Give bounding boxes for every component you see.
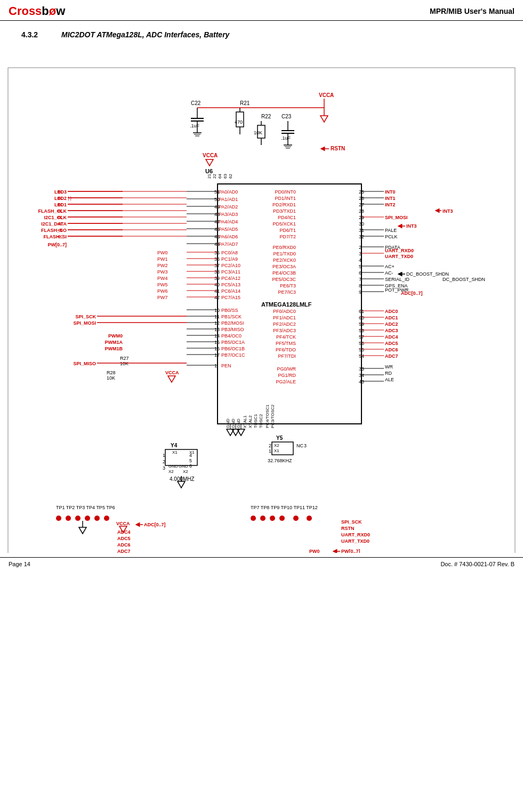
footer-left: Page 14: [9, 561, 30, 567]
adc6-out: ADC6: [385, 347, 398, 352]
spi-sck-ext: SPI_SCK: [75, 314, 96, 319]
r27-val: 10K: [120, 361, 128, 366]
y4-pin3: 3: [163, 465, 165, 471]
pin-13: 13: [214, 327, 220, 332]
adc1-out: ADC1: [385, 315, 398, 320]
svg-marker-88: [168, 376, 175, 382]
flash-clk-label: FLASH_CLK: [38, 208, 67, 214]
pin-col4: 63: [223, 174, 228, 179]
pc1-pin: PC1/A9: [221, 256, 238, 262]
pin-28: 28: [359, 208, 364, 214]
adc7-out: ADC7: [385, 353, 398, 359]
pb0-pin: PB0/SS: [221, 308, 238, 313]
pw07-tp: PW[0..7]: [341, 549, 360, 553]
pin-pa2: PA2/AD2: [219, 204, 238, 210]
y4-pin6: 6: [189, 463, 192, 469]
r28-label: R28: [107, 370, 116, 375]
pf1-pin: PF1/ADC1: [273, 315, 296, 320]
pw1-label: PW1: [157, 256, 168, 262]
pin-pa5: PA5/AD5: [219, 227, 238, 232]
pw2-label: PW2: [157, 263, 168, 268]
y4-pin2: 2: [163, 459, 165, 464]
pwm0-ext: PWM0: [108, 333, 123, 339]
y4-pin1: 1: [163, 453, 165, 458]
tosc2-bot: TOSC2: [259, 414, 263, 428]
flash-clk-chevron: ≪: [57, 208, 62, 214]
c22-label: C22: [191, 100, 201, 106]
r21-label: R21: [240, 100, 250, 106]
pin-27: 27: [359, 202, 364, 207]
adc5-tp: ADC5: [117, 536, 131, 541]
flash-si-chevron: ≪: [57, 234, 62, 239]
pwm1b-ext: PWM1B: [105, 346, 123, 351]
section-number: 4.3.2: [21, 30, 38, 39]
pin-33: 33: [359, 366, 364, 372]
pc4-bot: PC4/TOSC1: [265, 404, 270, 428]
pin-34: 34: [359, 373, 364, 378]
y4-gnd2: GND: [179, 464, 188, 469]
pin-12: 12: [214, 320, 220, 326]
pin-46: 46: [214, 227, 220, 232]
pe4-pin: PE4/OC3B: [272, 270, 296, 276]
pc4-pin: PC4/A12: [221, 276, 240, 281]
uart-rxd0-out: UART_RXD0: [385, 248, 414, 253]
pc0-pin: PC0/A8: [221, 250, 238, 255]
xtal2-bot: XTAL2: [248, 415, 253, 428]
adc4-out: ADC4: [385, 334, 398, 340]
pf4-pin: PF4/TCK: [276, 334, 296, 340]
u6-label: U6: [205, 168, 213, 174]
y5-x2: X2: [274, 443, 279, 448]
pf5-pin: PF5/TMS: [276, 341, 296, 346]
vcca-label-top: VCCA: [319, 92, 334, 98]
pin-pa1: PA1/AD1: [219, 197, 238, 202]
pb7-pin: PB7/OC1C: [221, 352, 245, 358]
pw5-label: PW5: [157, 282, 168, 287]
pin-4: 4: [359, 258, 361, 263]
pd4-pin: PD4/IC1: [278, 215, 296, 220]
pin-35: 35: [214, 250, 220, 255]
pin-57: 57: [359, 334, 364, 340]
pin-42: 42: [214, 295, 220, 300]
pin-60: 60: [359, 315, 364, 320]
pin-17: 17: [214, 352, 220, 358]
rstn-label: RSTN: [331, 146, 345, 151]
gnd3-bot: GND: [236, 419, 241, 428]
pin-39: 39: [214, 276, 220, 281]
pin-8: 8: [359, 283, 361, 288]
pin-50: 50: [214, 197, 220, 202]
pin-pa0: PA0/AD0: [219, 189, 238, 195]
dc-boost-label: DC_BOOST_SHDN: [442, 277, 485, 282]
led1-chevron: ≪: [57, 202, 62, 207]
circuit-diagram: VCCA C22 .1uF R21 470 R22 10K C23 .1uF R…: [0, 41, 523, 553]
pin-44: 44: [214, 242, 220, 247]
pin-16: 16: [214, 346, 220, 351]
int2-out: INT2: [385, 202, 396, 207]
y5-freq: 32.768KHZ: [268, 458, 292, 463]
pc2-pin: PC2/A10: [221, 263, 240, 268]
pe7-pin: PE7/IC3: [278, 290, 296, 295]
y4-gnd1: GND: [168, 464, 178, 469]
pd0-pin: PD0/INT0: [275, 189, 296, 195]
document-title: MPR/MIB User's Manual: [430, 7, 514, 15]
tp10-dot: [279, 516, 285, 521]
pw3-label: PW3: [157, 269, 168, 275]
pd5-pin: PD5/XCK1: [272, 221, 296, 227]
pin-47: 47: [214, 219, 220, 224]
pin-38: 38: [214, 269, 220, 275]
led3-arr: ⟩⟩: [68, 196, 72, 201]
company-logo: Crossbøw: [9, 4, 65, 18]
pin-31: 31: [359, 228, 364, 233]
y4-pin4: 4: [189, 453, 192, 458]
pin-48: 48: [214, 212, 220, 217]
tp5-dot: [94, 516, 100, 521]
svg-marker-27: [206, 159, 213, 166]
pin-15: 15: [214, 340, 220, 345]
tp12-dot: [307, 516, 312, 521]
pclk-out: PCLK: [385, 234, 398, 239]
rstn-tp: RSTN: [341, 526, 355, 531]
adc2-out: ADC2: [385, 321, 398, 327]
pin-59: 59: [359, 321, 364, 327]
pc3-bot: PC3/TOSC2: [270, 404, 275, 428]
spi-mosi-ext: SPI_MOSI: [73, 320, 96, 326]
c23-value: .1uF: [281, 135, 291, 141]
